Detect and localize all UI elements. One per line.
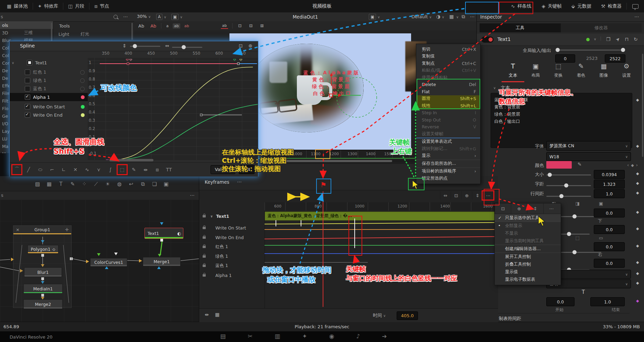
context-menu-item[interactable]: Step Out O [416,116,480,124]
spline-control-point[interactable] [127,63,129,65]
v-offset-field[interactable]: 0.0 [594,225,625,234]
spline-tool-icon[interactable]: ⋎ [94,165,103,174]
text-baseline-icon[interactable]: ab [221,23,228,29]
spline-tool-icon[interactable]: ∟ [59,165,68,174]
size-field[interactable]: 0.0394 [594,170,625,179]
keyframes-toolbar-icon[interactable]: ⇔ [440,191,451,200]
spline-tool-icon[interactable]: ⬚ [118,165,127,174]
spline-key-marker[interactable] [239,59,242,61]
fusion-tool-icon[interactable]: ⧉ [137,182,149,187]
metadata-panel-button[interactable]: ⬙ 元数据 [567,0,596,12]
grid-icon[interactable]: ▦ [449,14,454,19]
context-menu-item[interactable]: 粘贴点/值 Ctrl+V [416,67,480,74]
fusion-tool-icon[interactable]: ▨ [32,182,43,187]
keyframe-diamond-icon[interactable]: ◆ [636,98,639,102]
tracking-field[interactable]: 1.323 [594,180,625,189]
spline-tree-row[interactable]: 蓝色 1 [10,85,88,93]
context-menu-item[interactable]: 剪切 Ctrl+X [416,46,480,53]
keyframes-tree-row[interactable]: 蓝色 1 [199,261,264,270]
v-zoom-slider[interactable] [130,46,160,47]
context-menu-item[interactable]: 设置关键帧 [416,130,480,138]
page-switch-icon[interactable]: ➔ [382,333,387,339]
keyframes-fit-icon[interactable]: ⇹ [205,312,209,317]
popup-menu-item[interactable]: 创建/编辑筛选器... [495,245,561,253]
slider-handle[interactable] [556,48,560,52]
spline-control-point[interactable] [106,160,108,160]
line-spacing-field[interactable]: 1.0 [594,189,625,198]
context-menu-item[interactable]: 设置简单表达式 [416,138,480,146]
checkbox[interactable] [25,94,30,100]
slider-handle[interactable] [621,48,625,52]
context-menu-item[interactable]: 锁定所选的点 [416,175,480,182]
chevron-down-icon[interactable]: ∨ [210,214,213,218]
write-on-start-field[interactable]: 0.0 [546,297,575,306]
spline-tool-icon[interactable]: ∿ [83,165,92,174]
font-color-swatch[interactable] [546,161,572,169]
keyframes-panel-button[interactable]: ◈ 关键帧 [537,0,566,12]
fusion-tool-icon[interactable]: ⁘ [78,182,90,187]
v-zoom-icon[interactable]: ⇕ [122,43,127,48]
nodes-button[interactable]: ⧈ 节点 [89,0,114,12]
spline-x-ruler[interactable]: 350400450500550600650 [88,51,265,58]
viewer-options-icon[interactable]: ⋯ [470,14,475,19]
keyframe-diamond-icon[interactable]: ◆ [636,260,639,265]
spline-tool-icon[interactable]: ⇹ [141,165,150,174]
page-switch-icon[interactable]: ◉ [329,333,334,339]
spline-key-marker[interactable] [129,59,132,61]
chevron-down-icon[interactable]: ∨ [12,61,16,65]
reset-icon[interactable]: ↻ [634,37,638,42]
viewer-mode-dropdown[interactable]: ▣∨ [171,14,183,20]
lock-icon[interactable]: ⊓ [625,37,629,42]
node-polygon1[interactable]: Polygon1◇ [28,245,58,254]
time-value-field[interactable]: 405.0 [397,311,418,320]
keyframe-diamond-icon[interactable]: ◆ [636,244,639,248]
keyframes-tree-row[interactable]: 绿色 1 [199,252,264,261]
curve-color-dot[interactable] [81,95,85,99]
popup-menu-item[interactable]: 不显示 [495,229,561,237]
viewer-layout-dropdown[interactable]: ▣∨ [369,14,380,20]
spline-tree-row[interactable]: Write On End [10,111,88,119]
scrollbar[interactable] [131,23,133,40]
inspector-mode-tab[interactable]: ⚙ 设置 [615,59,638,81]
lock-icon[interactable] [203,215,206,217]
page-switch-icon[interactable]: ▤ [220,333,226,339]
effects-tool-item-light[interactable]: Light 灯光 [54,30,135,38]
popup-toolbar-icon[interactable]: ⊕ [511,203,527,214]
inspector-mode-tab[interactable]: ▦ 图像 [592,59,615,81]
inspector-mode-tab[interactable]: ✎ 着色 [570,59,592,81]
spline-tool-icon[interactable]: ∫ [106,165,115,174]
write-on-end-field[interactable]: 1.0 [590,297,625,306]
effects-library-button[interactable]: ✦ 特效库 [33,0,63,12]
page-switch-icon[interactable]: ▥ [275,333,280,339]
keyframe-white-tick[interactable] [276,220,276,226]
popup-toolbar-icon[interactable]: ⇕ [527,203,543,214]
v-anchor-field[interactable]: 0.0 [594,209,625,217]
spline-tree-row[interactable]: 红色 1 [10,68,88,76]
inspector-scrollbar[interactable] [642,54,643,157]
keyframe-diamond-active-icon[interactable]: ◆ [636,299,639,303]
keyframe-diamond-icon[interactable]: ◆ [636,210,639,214]
checkbox[interactable] [25,112,30,118]
node-colorcurves1[interactable]: ColorCurves1 [90,258,127,267]
context-menu-item[interactable]: 显示 › [416,152,480,160]
inspector-mode-tab[interactable]: ▣ 布局 [524,59,547,81]
keyframe-next-icon[interactable]: ⊞ [259,23,265,29]
text-underline-icon[interactable]: Ab [137,23,146,29]
tab-modifiers[interactable]: 修改器 [561,23,642,32]
spline-control-point[interactable] [237,63,239,65]
checkbox[interactable] [25,86,30,92]
curve-color-dot[interactable] [80,70,85,75]
popup-menu-item[interactable]: 折叠工具控制 [495,260,561,268]
popup-menu-item[interactable]: 展开工具控制 [495,253,561,260]
popup-menu-item[interactable]: 显示当前时间的工具 [495,237,561,245]
effects-options-icon[interactable]: ⋯ [123,14,128,19]
keyframe-white-tick[interactable] [301,220,301,226]
copy-settings-icon[interactable]: ❐ [606,37,611,42]
spline-tool-icon[interactable]: ⌐ [47,165,56,174]
node-canvas[interactable]: × Group1 ✛ Polygon1◇ Blur1 MediaIn1 Merg… [0,200,199,322]
fusion-tool-icon[interactable]: ☀ [102,182,114,187]
scrollbar[interactable] [51,23,52,43]
fusion-tool-icon[interactable]: ▦ [43,182,55,187]
keyframes-toolbar-icon[interactable]: ⊕ [461,191,472,200]
dual-viewer-icon[interactable]: ⧉ [462,14,465,19]
